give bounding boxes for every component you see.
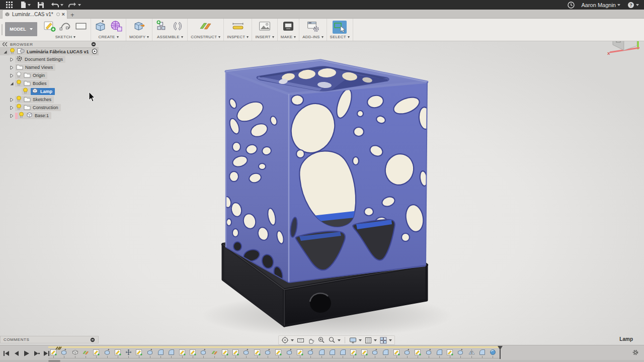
timeline-op-extrude[interactable] [265,348,271,355]
browser-item-bodies[interactable]: Bodies [0,79,101,87]
toolbar-group-label[interactable]: MAKE [281,35,292,39]
browser-item-base-1[interactable]: Base:1 [0,112,101,120]
user-menu[interactable]: Aaron Magnin [582,2,621,8]
toolbar-group-label[interactable]: SELECT [330,35,346,39]
comments-collapse-icon[interactable] [90,335,95,344]
browser-item-label[interactable]: Lamp [40,89,52,94]
timeline-op-fillet[interactable] [329,348,336,355]
timeline-op-construct[interactable] [83,348,89,355]
new-tab-button[interactable]: + [70,11,74,19]
browser-item-construction[interactable]: Construction [0,104,101,112]
redo-button[interactable] [68,2,81,8]
timeline-op-fillet[interactable] [340,348,346,355]
comments-panel[interactable]: COMMENTS [0,336,99,343]
nav-zoomwin-icon[interactable] [328,336,341,344]
tree-expanded-icon[interactable] [10,79,15,88]
timeline-op-fillet[interactable] [479,348,486,355]
timeline-op-sketch[interactable] [393,348,400,355]
help-menu[interactable]: ? [627,2,639,9]
timeline-play-button[interactable] [23,349,30,358]
browser-item-lumin-ria-f-brica-lucas-v1[interactable]: Luminária Fábrica LUCAS v1 [0,48,99,55]
timeline-scrollbar-thumb[interactable] [48,360,60,362]
timeline-op-sketch[interactable] [415,348,421,355]
browser-item-named-views[interactable]: Named Views [0,63,101,71]
tool-assemble-new-icon[interactable] [155,20,169,35]
timeline-op-sketch[interactable] [297,348,303,355]
timeline-op-move[interactable] [125,348,132,355]
nav-display-icon[interactable] [349,337,362,344]
timeline-op-sketch[interactable] [50,348,57,355]
timeline-op-sketch[interactable] [275,348,282,355]
timeline-op-sketch[interactable] [190,348,196,355]
timeline-go-to-start-button[interactable] [3,349,10,358]
toolbar-group-label[interactable]: SKETCH [55,35,72,39]
undo-button[interactable] [51,2,63,8]
tool-rect-tool-icon[interactable] [74,20,88,35]
toolbar-group-label[interactable]: CREATE [98,35,115,39]
timeline-op-fillet[interactable] [157,348,164,355]
timeline-op-extrude[interactable] [243,348,250,355]
nav-zoom-icon[interactable] [317,336,325,344]
tool-joint-icon[interactable] [171,20,184,35]
browser-item-label[interactable]: Bodies [33,81,47,86]
timeline-go-to-end-button[interactable] [43,349,50,358]
timeline-op-extrude[interactable] [286,348,293,355]
nav-gridnav-icon[interactable] [365,337,377,344]
timeline-op-extrude[interactable] [457,348,464,355]
browser-item-label[interactable]: Named Views [25,65,53,70]
browser-item-label[interactable]: Sketches [33,97,51,102]
timeline-step-forward-button[interactable] [33,349,40,358]
browser-item-label[interactable]: Luminária Fábrica LUCAS v1 [27,49,89,54]
timeline-op-sketch[interactable] [232,348,239,355]
timeline-playback-controls[interactable] [3,349,50,358]
document-tab[interactable]: Luminár...CAS v1* × [2,10,67,19]
timeline-step-back-button[interactable] [13,349,20,358]
timeline-op-extrude[interactable] [372,348,378,355]
timeline-op-fillet[interactable] [318,348,325,355]
timeline-op-sketch[interactable] [361,348,368,355]
tool-spline-icon[interactable] [59,20,72,35]
tool-modify-pull-icon[interactable] [133,20,146,35]
timeline-op-extrude[interactable] [426,348,432,355]
tool-inspect-measure-icon[interactable] [231,20,245,35]
toolbar-group-label[interactable]: ASSEMBLE [157,35,180,39]
browser-collapse-icon[interactable] [3,42,8,46]
tree-expanded-icon[interactable] [3,47,9,56]
toolbar-group-label[interactable]: INSPECT [227,35,245,39]
toolbar-group-label[interactable]: CONSTRUCT [191,35,217,39]
timeline-op-fillet[interactable] [436,348,443,355]
visibility-bulb-on-icon[interactable] [16,79,22,88]
timeline-op-extrude[interactable] [104,348,111,355]
tool-create-box-icon[interactable] [94,20,107,35]
timeline-op-sketch[interactable] [350,348,357,355]
toolbar-group-label[interactable]: MODIFY [129,35,145,39]
workspace-selector[interactable]: MODEL [5,22,37,36]
browser-item-label[interactable]: Construction [33,105,58,110]
timeline-op-mirror[interactable] [468,348,475,355]
timeline-track[interactable] [48,346,500,348]
timeline-playhead[interactable] [498,346,503,350]
navigation-toolbar[interactable] [278,335,395,345]
timeline-op-sketch[interactable] [447,348,453,355]
browser-item-label[interactable]: Base:1 [35,113,49,118]
timeline-op-extrude[interactable] [404,348,411,355]
toolbar-group-label[interactable]: INSERT [255,35,270,39]
browser-item-document-settings[interactable]: Document Settings [0,55,101,63]
timeline-op-fillet[interactable] [168,348,175,355]
timeline-op-extrude[interactable] [307,348,314,355]
timeline-scrollbar[interactable] [0,360,644,362]
browser-item-lamp[interactable]: Lamp [0,87,101,96]
nav-orbit-icon[interactable] [281,336,294,344]
toolbar-group-label[interactable]: ADD-INS [302,35,319,39]
nav-viewports-icon[interactable] [380,337,392,344]
ground-component-icon[interactable] [92,47,98,56]
toolbar-grip[interactable] [0,19,4,41]
visibility-bulb-on-icon[interactable] [19,111,24,120]
timeline-op-extrude[interactable] [147,348,153,355]
timeline-op-sketch[interactable] [93,348,100,355]
browser-item-label[interactable]: Document Settings [25,57,63,62]
nav-lookat-icon[interactable] [297,337,304,343]
file-menu-button[interactable] [21,2,31,8]
timeline-op-sketch[interactable] [115,348,121,355]
browser-item-label[interactable]: Origin [33,73,45,78]
